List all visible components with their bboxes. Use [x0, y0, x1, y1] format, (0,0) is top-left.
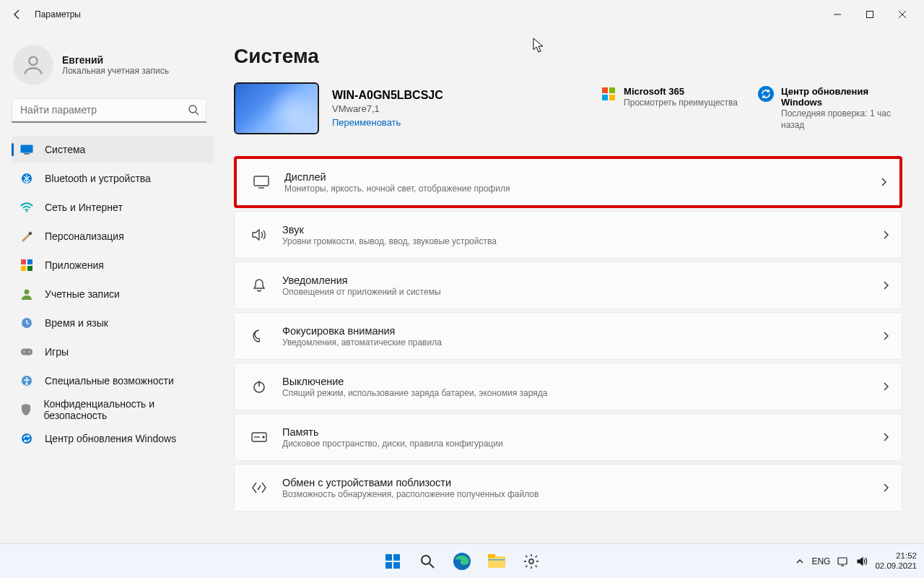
tray-language[interactable]: ENG [811, 556, 830, 566]
tray-clock[interactable]: 21:52 02.09.2021 [875, 551, 917, 571]
rename-link[interactable]: Переименовать [332, 117, 401, 128]
sidebar-item-label: Игры [45, 346, 69, 358]
sidebar-item-label: Время и язык [45, 317, 108, 329]
svg-rect-45 [488, 554, 495, 558]
taskbar-settings[interactable] [517, 547, 546, 576]
card-nearby[interactable]: Обмен с устройствами поблизостиВозможнос… [234, 464, 902, 512]
ms365-icon [601, 86, 616, 102]
svg-rect-1 [866, 12, 873, 18]
search-box[interactable] [12, 98, 206, 123]
search-input[interactable] [12, 98, 206, 123]
card-notifications[interactable]: УведомленияОповещения от приложений и си… [234, 262, 902, 309]
time-icon [20, 316, 33, 329]
sidebar-item-label: Специальные возможности [45, 375, 174, 387]
card-storage[interactable]: ПамятьДисковое пространство, диски, прав… [234, 413, 902, 461]
sidebar-item-gaming[interactable]: Игры [12, 338, 214, 366]
sidebar-item-network[interactable]: Сеть и Интернет [12, 194, 214, 221]
sidebar-item-label: Центр обновления Windows [45, 433, 176, 444]
svg-rect-48 [838, 558, 847, 564]
tray-chevron-up-icon[interactable] [796, 557, 804, 566]
card-sound[interactable]: ЗвукУровни громкости, вывод, ввод, звуко… [234, 211, 902, 259]
bluetooth-icon [20, 172, 33, 185]
svg-point-10 [26, 211, 27, 212]
page-title: Система [234, 45, 902, 68]
chevron-right-icon [883, 483, 889, 492]
sidebar: Евгений Локальная учетная запись Система… [0, 29, 217, 542]
display-icon [253, 176, 270, 189]
chevron-right-icon [881, 178, 886, 186]
back-button[interactable] [6, 3, 29, 26]
svg-point-28 [758, 86, 774, 102]
sidebar-item-time[interactable]: Время и язык [12, 309, 214, 337]
svg-rect-7 [21, 145, 33, 153]
sidebar-item-personalization[interactable]: Персонализация [12, 223, 214, 250]
taskbar-explorer[interactable] [482, 547, 511, 576]
sidebar-item-bluetooth[interactable]: Bluetooth и устройства [12, 165, 214, 192]
update-icon [20, 432, 33, 445]
card-title: Фокусировка внимания [282, 325, 442, 337]
svg-rect-25 [609, 87, 615, 93]
tile-ms365[interactable]: Microsoft 365 Просмотреть преимущества [601, 86, 738, 131]
sidebar-item-update[interactable]: Центр обновления Windows [12, 425, 214, 452]
card-title: Обмен с устройствами поблизости [282, 477, 539, 488]
window-title: Параметры [35, 9, 81, 20]
card-title: Выключение [282, 376, 547, 387]
account-block[interactable]: Евгений Локальная учетная запись [13, 45, 214, 85]
tile-windows-update[interactable]: Центр обновления Windows Последняя прове… [758, 86, 902, 131]
svg-rect-46 [488, 559, 505, 561]
chevron-right-icon [883, 433, 889, 441]
sidebar-item-apps[interactable]: Приложения [12, 251, 214, 279]
svg-rect-37 [393, 554, 400, 561]
storage-icon [250, 432, 268, 442]
card-desc: Уведомления, автоматические правила [282, 337, 442, 348]
card-desc: Дисковое пространство, диски, правила ко… [282, 439, 503, 449]
tile-title: Microsoft 365 [624, 86, 738, 97]
svg-rect-29 [254, 176, 269, 186]
taskbar-edge[interactable] [448, 547, 476, 576]
apps-icon [20, 259, 33, 272]
card-desc: Уровни громкости, вывод, ввод, звуковые … [282, 236, 497, 246]
chevron-right-icon [883, 281, 889, 290]
titlebar: Параметры [0, 0, 924, 29]
power-icon [250, 379, 268, 394]
start-button[interactable] [378, 547, 407, 576]
sidebar-item-label: Персонализация [45, 230, 124, 242]
card-title: Дисплей [284, 171, 510, 183]
sound-icon [250, 228, 268, 241]
sidebar-item-accounts[interactable]: Учетные записи [12, 280, 214, 308]
card-desc: Спящий режим, использование заряда батар… [282, 388, 547, 398]
search-icon [188, 104, 199, 116]
card-focus[interactable]: Фокусировка вниманияУведомления, автомат… [234, 312, 902, 360]
tile-title: Центр обновления Windows [781, 86, 902, 108]
card-display[interactable]: ДисплейМониторы, яркость, ночной свет, о… [234, 156, 902, 208]
svg-rect-8 [24, 153, 30, 155]
sidebar-item-accessibility[interactable]: Специальные возможности [12, 367, 214, 394]
taskbar-search[interactable] [413, 547, 442, 576]
sidebar-item-label: Конфиденциальность и безопасность [43, 398, 205, 421]
svg-point-4 [29, 57, 37, 65]
sidebar-item-system[interactable]: Система [12, 136, 214, 163]
sidebar-item-label: Приложения [45, 259, 104, 271]
card-power[interactable]: ВыключениеСпящий режим, использование за… [234, 363, 902, 410]
card-title: Уведомления [282, 275, 441, 286]
svg-rect-14 [21, 266, 26, 271]
account-name: Евгений [62, 54, 169, 66]
sidebar-item-label: Bluetooth и устройства [45, 173, 151, 184]
sidebar-item-label: Сеть и Интернет [45, 202, 123, 213]
svg-point-47 [529, 559, 533, 564]
close-button[interactable] [886, 4, 918, 25]
svg-point-23 [22, 434, 32, 444]
tray-network-icon[interactable] [837, 556, 849, 566]
update-icon [758, 86, 774, 102]
minimize-button[interactable] [821, 4, 853, 25]
card-desc: Оповещения от приложений и системы [282, 287, 441, 297]
sidebar-item-label: Учетные записи [45, 288, 120, 300]
tray-volume-icon[interactable] [856, 556, 868, 566]
card-desc: Возможность обнаружения, расположение по… [282, 489, 539, 499]
svg-rect-36 [385, 554, 392, 561]
network-icon [20, 201, 33, 214]
svg-rect-24 [602, 87, 608, 93]
tray-date: 02.09.2021 [875, 561, 917, 571]
sidebar-item-privacy[interactable]: Конфиденциальность и безопасность [12, 396, 214, 423]
maximize-button[interactable] [853, 4, 886, 25]
